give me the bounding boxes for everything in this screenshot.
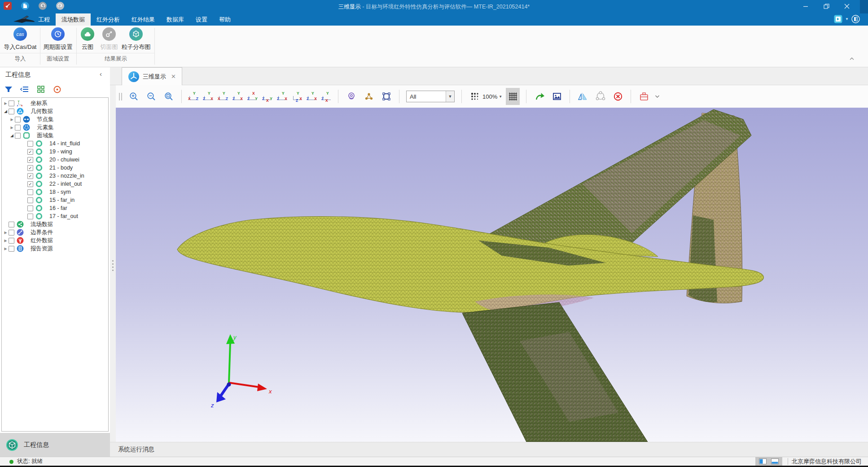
tree-item[interactable]: ▶报告资源 xyxy=(2,244,108,253)
more-caret-icon[interactable] xyxy=(655,95,660,98)
focus-pin-icon[interactable] xyxy=(345,91,357,103)
expander-icon[interactable]: ◢ xyxy=(9,133,15,138)
layout-bottom-icon[interactable] xyxy=(771,458,779,464)
visibility-checkbox[interactable]: ✓ xyxy=(27,173,33,179)
expander-icon[interactable]: ◢ xyxy=(3,109,9,113)
combo-caret-icon[interactable]: ▼ xyxy=(446,91,454,102)
visibility-checkbox[interactable] xyxy=(27,214,33,219)
panel-collapse-icon[interactable]: ‹ xyxy=(100,70,102,78)
tree-item[interactable]: ✓19 - wing xyxy=(2,148,108,156)
zoom-out-icon[interactable] xyxy=(145,91,157,103)
toolbar-drag-handle[interactable] xyxy=(119,93,122,100)
tree-item[interactable]: 17 - far_out xyxy=(2,212,108,220)
view-orientation-icon-1[interactable]: YXZ xyxy=(187,91,199,102)
tree-item[interactable]: ▶Yzx坐标系 xyxy=(2,99,108,107)
clip-box-icon[interactable] xyxy=(638,91,650,103)
tree-item[interactable]: 16 - far xyxy=(2,204,108,212)
minimize-button[interactable] xyxy=(795,0,816,13)
view-orientation-icon-8[interactable]: YXZ xyxy=(291,91,303,102)
import-cas-dat-button[interactable]: cas 导入Cas/Dat xyxy=(2,27,39,51)
grid-view-icon[interactable] xyxy=(36,84,46,94)
menu-item-5[interactable]: 数据库 xyxy=(161,13,190,26)
tab-3d-view[interactable]: 三维显示 ✕ xyxy=(122,67,182,85)
expander-icon[interactable]: ▶ xyxy=(3,239,9,243)
visibility-checkbox[interactable]: ✓ xyxy=(27,165,33,171)
tree-item[interactable]: ✓20 - chuiwei xyxy=(2,156,108,164)
splitter-handle[interactable] xyxy=(112,260,114,271)
zoom-percent-control[interactable]: 100% ▼ xyxy=(482,93,502,100)
project-info-bottom-tab[interactable]: 工程信息 xyxy=(0,433,110,457)
expander-icon[interactable]: ▶ xyxy=(9,126,15,130)
particle-distribution-button[interactable]: 粒子分布图 xyxy=(118,27,153,51)
tree-item[interactable]: ✓21 - body xyxy=(2,164,108,172)
panel-splitter[interactable] xyxy=(110,67,116,442)
tree-item[interactable]: ◢面域集 xyxy=(2,131,108,140)
grid-toggle-button[interactable] xyxy=(506,88,520,105)
expander-icon[interactable]: ▶ xyxy=(3,101,9,105)
expander-icon[interactable]: ▶ xyxy=(3,231,9,235)
visibility-checkbox[interactable] xyxy=(15,133,21,139)
periodic-face-button[interactable]: 周期面设置 xyxy=(41,27,75,51)
cloud-plot-button[interactable]: 云图 xyxy=(78,27,97,51)
menu-item-4[interactable]: 红外结果 xyxy=(126,13,161,26)
tab-close-icon[interactable]: ✕ xyxy=(171,73,176,80)
tree-item[interactable]: ✓23 - nozzle_in xyxy=(2,172,108,180)
restore-button[interactable] xyxy=(816,0,837,13)
layout-left-icon[interactable] xyxy=(759,458,767,464)
visibility-checkbox[interactable] xyxy=(27,189,33,195)
menu-item-1[interactable]: 工程 xyxy=(32,13,56,26)
expander-icon[interactable]: ▶ xyxy=(3,247,9,251)
visibility-checkbox[interactable] xyxy=(9,230,14,236)
lasso-group-icon[interactable] xyxy=(594,91,606,103)
zoom-extents-icon[interactable] xyxy=(162,91,175,103)
view-orientation-icon-9[interactable]: YZX xyxy=(306,91,318,102)
visibility-checkbox[interactable] xyxy=(27,197,33,203)
visibility-checkbox[interactable] xyxy=(27,141,33,147)
view-orientation-icon-7[interactable]: YZX xyxy=(276,91,288,102)
view-orientation-icon-3[interactable]: YXZ xyxy=(217,91,229,102)
menu-item-7[interactable]: 帮助 xyxy=(213,13,237,26)
tree-item[interactable]: 15 - far_in xyxy=(2,196,108,204)
view-orientation-icon-5[interactable]: XZY xyxy=(246,91,259,102)
viewport-canvas[interactable]: y x z xyxy=(116,108,868,442)
molecule-icon[interactable] xyxy=(363,91,375,103)
visibility-checkbox[interactable]: ✓ xyxy=(27,157,33,163)
visibility-checkbox[interactable] xyxy=(9,238,14,244)
view-orientation-icon-2[interactable]: YZX xyxy=(202,91,214,102)
visibility-checkbox[interactable] xyxy=(9,109,14,114)
view-orientation-icon-6[interactable]: ZYX xyxy=(261,91,273,102)
menu-item-3[interactable]: 红外分析 xyxy=(91,13,126,26)
halftone-icon[interactable] xyxy=(469,91,481,103)
ribbon-collapse-icon[interactable] xyxy=(849,57,855,61)
snapshot-image-icon[interactable] xyxy=(551,91,563,103)
tree-item[interactable]: ▶节点集 xyxy=(2,115,108,123)
visibility-checkbox[interactable] xyxy=(9,222,14,227)
locate-icon[interactable] xyxy=(52,84,62,94)
view-orientation-icon-10[interactable]: YZX xyxy=(320,91,333,102)
panel-menu-caret-icon[interactable]: ▼ xyxy=(845,17,849,21)
visibility-checkbox[interactable] xyxy=(15,117,21,122)
visibility-checkbox[interactable] xyxy=(9,100,14,106)
tree-item[interactable]: ▶元素集 xyxy=(2,123,108,131)
tree-item[interactable]: ◢几何数据 xyxy=(2,107,108,115)
zoom-in-icon[interactable] xyxy=(127,91,140,103)
visibility-checkbox[interactable]: ✓ xyxy=(27,181,33,187)
forward-arrow-icon[interactable] xyxy=(533,91,545,103)
remove-icon[interactable] xyxy=(612,91,624,103)
filter-icon[interactable] xyxy=(4,84,13,94)
tree-item[interactable]: ✓22 - inlet_out xyxy=(2,180,108,188)
list-filter-icon[interactable] xyxy=(20,84,30,94)
menu-item-2[interactable]: 流场数据 xyxy=(56,13,91,26)
visibility-checkbox[interactable] xyxy=(27,205,33,211)
visibility-checkbox[interactable] xyxy=(9,246,14,252)
mirror-icon[interactable] xyxy=(577,91,589,103)
visibility-checkbox[interactable] xyxy=(15,125,21,131)
view-orientation-icon-4[interactable]: YZX xyxy=(232,91,244,102)
workspace-panel-icon[interactable] xyxy=(834,15,842,23)
tree-item[interactable]: 18 - sym xyxy=(2,188,108,196)
display-filter-select[interactable]: All ▼ xyxy=(406,91,455,102)
tree-item[interactable]: ▶边界条件 xyxy=(2,228,108,236)
close-button[interactable] xyxy=(837,0,857,13)
tree-item[interactable]: 14 - int_fluid xyxy=(2,140,108,148)
theme-icon[interactable] xyxy=(851,15,860,23)
